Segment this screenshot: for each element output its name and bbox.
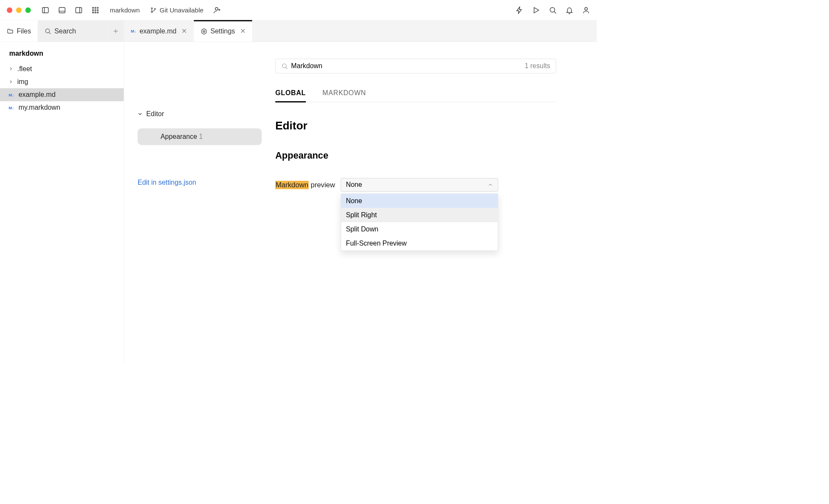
run-icon[interactable] [532, 6, 540, 14]
git-branch-icon [150, 7, 156, 13]
search-results-count: 1 results [525, 62, 550, 70]
tab-settings[interactable]: Settings ✕ [194, 20, 252, 42]
plus-icon [113, 28, 119, 34]
sidebar-tab-files-label: Files [17, 27, 31, 35]
settings-scope-global[interactable]: GLOBAL [275, 89, 306, 102]
chevron-down-icon [138, 111, 143, 117]
svg-point-18 [215, 7, 218, 10]
settings-nav-item-count: 1 [199, 133, 203, 141]
svg-point-11 [97, 9, 99, 11]
explorer-file-my-markdown[interactable]: M↓ my.markdown [0, 101, 124, 114]
settings-search-input[interactable] [291, 62, 525, 70]
svg-point-13 [95, 12, 96, 13]
svg-point-21 [46, 29, 50, 33]
markdown-file-icon: M↓ [9, 93, 15, 97]
explorer-root-label[interactable]: markdown [0, 46, 124, 63]
svg-point-23 [203, 30, 205, 32]
settings-scope-markdown[interactable]: MARKDOWN [322, 89, 366, 102]
chevron-up-icon [488, 183, 493, 188]
explorer-item-label: my.markdown [18, 104, 60, 112]
svg-rect-4 [76, 7, 82, 12]
svg-rect-0 [42, 7, 48, 12]
panel-right-toggle-icon[interactable] [75, 6, 83, 14]
settings-nav-appearance[interactable]: Appearance 1 [138, 129, 261, 145]
svg-point-16 [151, 11, 153, 12]
settings-nav: Editor Appearance 1 Edit in settings.jso… [124, 42, 275, 363]
svg-marker-22 [201, 29, 206, 34]
svg-point-17 [154, 8, 156, 9]
project-name-label[interactable]: markdown [110, 6, 140, 14]
svg-point-14 [97, 12, 99, 13]
search-everywhere-icon[interactable] [549, 6, 557, 14]
tab-example-md-label: example.md [139, 27, 176, 35]
explorer-item-label: .fleet [17, 65, 32, 73]
dropdown-option-split-right[interactable]: Split Right [341, 208, 498, 222]
tab-close-icon[interactable]: ✕ [240, 27, 246, 36]
explorer-folder-img[interactable]: img [0, 75, 124, 88]
svg-point-24 [282, 64, 286, 68]
window-close-button[interactable] [7, 7, 12, 13]
apps-grid-icon[interactable] [91, 6, 99, 14]
account-icon[interactable] [582, 6, 590, 14]
panel-left-toggle-icon[interactable] [41, 6, 49, 14]
svg-point-10 [95, 9, 96, 11]
tab-bar: Files Search M↓ example.md ✕ Settings ✕ [0, 21, 597, 42]
explorer-item-label: img [17, 78, 28, 86]
quick-actions-icon[interactable] [515, 6, 523, 14]
settings-category-label: Editor [146, 110, 164, 118]
git-status-text: Git Unavailable [159, 6, 204, 14]
settings-icon [201, 28, 207, 35]
explorer-folder-fleet[interactable]: .fleet [0, 62, 124, 75]
dropdown-value: None [346, 181, 362, 189]
settings-panel: Editor Appearance 1 Edit in settings.jso… [124, 42, 597, 363]
setting-label-markdown-preview: Markdown preview [275, 181, 335, 189]
folder-icon [7, 27, 14, 34]
dropdown-option-full-screen[interactable]: Full-Screen Preview [341, 237, 498, 251]
svg-point-9 [93, 9, 94, 11]
git-status[interactable]: Git Unavailable [150, 6, 204, 14]
section-title-editor: Editor [275, 120, 556, 132]
dropdown-option-none[interactable]: None [341, 194, 498, 208]
svg-point-6 [93, 7, 94, 9]
sidebar-tab-search-label: Search [54, 27, 76, 35]
search-highlight: Markdown [275, 181, 309, 189]
svg-rect-2 [59, 7, 65, 12]
svg-point-8 [97, 7, 99, 9]
explorer-item-label: example.md [18, 91, 55, 99]
explorer-file-example-md[interactable]: M↓ example.md [0, 88, 124, 101]
svg-point-20 [585, 7, 587, 10]
settings-nav-item-label: Appearance [160, 133, 197, 141]
sidebar-tab-search[interactable]: Search [38, 21, 107, 42]
settings-content: 1 results GLOBAL MARKDOWN Editor Appeara… [275, 42, 556, 363]
sidebar-tab-add[interactable] [108, 21, 124, 42]
titlebar: markdown Git Unavailable [0, 0, 597, 21]
svg-point-7 [95, 7, 96, 9]
search-icon [281, 63, 288, 69]
chevron-right-icon [9, 80, 14, 84]
panel-bottom-toggle-icon[interactable] [58, 6, 66, 14]
chevron-right-icon [9, 67, 14, 71]
file-explorer: markdown .fleet img M↓ example.md M↓ my.… [0, 42, 124, 363]
settings-search-box[interactable]: 1 results [275, 59, 556, 74]
svg-point-12 [93, 12, 94, 13]
markdown-file-icon: M↓ [131, 29, 136, 33]
window-maximize-button[interactable] [25, 7, 31, 13]
tab-settings-label: Settings [210, 27, 235, 36]
search-icon [45, 27, 51, 34]
tab-close-icon[interactable]: ✕ [181, 27, 187, 35]
svg-point-15 [151, 8, 153, 9]
markdown-preview-dropdown[interactable]: None None Split Right Split Down Full-Sc… [341, 178, 498, 192]
dropdown-button[interactable]: None [341, 178, 498, 192]
svg-point-19 [550, 7, 555, 12]
markdown-file-icon: M↓ [9, 105, 15, 110]
sidebar-tab-files[interactable]: Files [0, 21, 38, 42]
traffic-lights [7, 7, 31, 13]
dropdown-option-split-down[interactable]: Split Down [341, 222, 498, 236]
add-collaborator-icon[interactable] [213, 6, 222, 14]
subsection-title-appearance: Appearance [275, 150, 556, 161]
settings-category-editor[interactable]: Editor [138, 108, 261, 120]
edit-settings-json-link[interactable]: Edit in settings.json [138, 178, 261, 186]
notifications-icon[interactable] [565, 6, 574, 14]
window-minimize-button[interactable] [16, 7, 21, 13]
tab-example-md[interactable]: M↓ example.md ✕ [124, 21, 194, 42]
